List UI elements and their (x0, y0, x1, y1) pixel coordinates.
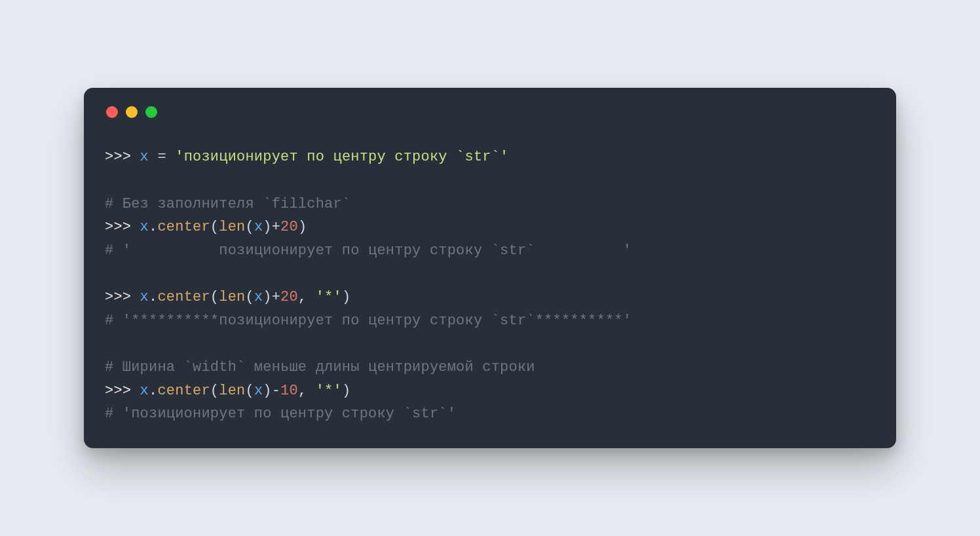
method-center: center (157, 383, 210, 399)
close-icon[interactable] (106, 106, 118, 118)
variable-x: x (140, 149, 149, 165)
variable-x: x (254, 383, 263, 399)
rparen: ) (342, 383, 350, 399)
repl-prompt: >>> (105, 149, 140, 165)
equals-op: = (149, 149, 175, 165)
comment-output: # '**********позиционирует по центру стр… (105, 313, 631, 329)
repl-prompt: >>> (105, 383, 140, 399)
comment-line: # Ширина `width` меньше длины центрируем… (105, 359, 535, 375)
number-literal: 20 (280, 219, 298, 235)
variable-x: x (254, 219, 263, 235)
lparen: ( (210, 219, 219, 235)
builtin-len: len (219, 289, 245, 305)
variable-x: x (254, 289, 263, 305)
rparen: ) (263, 289, 271, 305)
code-block: >>> x = 'позиционирует по центру строку … (105, 145, 875, 426)
lparen: ( (245, 219, 254, 235)
minimize-icon[interactable] (126, 106, 138, 118)
builtin-len: len (219, 383, 245, 399)
variable-x: x (140, 289, 149, 305)
plus-op: + (272, 289, 280, 305)
repl-prompt: >>> (105, 289, 140, 305)
variable-x: x (140, 383, 149, 399)
zoom-icon[interactable] (145, 106, 157, 118)
lparen: ( (245, 383, 254, 399)
minus-op: - (272, 383, 280, 399)
string-literal: '*' (316, 383, 342, 399)
plus-op: + (272, 219, 280, 235)
dot-op: . (149, 289, 157, 305)
number-literal: 10 (280, 383, 298, 399)
comma: , (298, 383, 316, 399)
repl-prompt: >>> (105, 219, 140, 235)
string-literal: '*' (316, 289, 342, 305)
string-literal: 'позиционирует по центру строку `str`' (175, 149, 508, 165)
lparen: ( (210, 383, 219, 399)
comment-output: # 'позиционирует по центру строку `str`' (105, 406, 456, 422)
method-center: center (157, 219, 210, 235)
lparen: ( (245, 289, 254, 305)
builtin-len: len (219, 219, 245, 235)
comment-output: # ' позиционирует по центру строку `str`… (105, 242, 631, 259)
rparen: ) (298, 219, 307, 235)
comment-line: # Без заполнителя `fillchar` (105, 196, 350, 212)
rparen: ) (263, 383, 271, 399)
lparen: ( (210, 289, 219, 305)
rparen: ) (263, 219, 271, 235)
rparen: ) (342, 289, 350, 305)
dot-op: . (149, 219, 157, 235)
code-window: >>> x = 'позиционирует по центру строку … (84, 88, 896, 448)
window-titlebar (106, 106, 875, 118)
comma: , (298, 289, 316, 305)
number-literal: 20 (280, 289, 298, 305)
method-center: center (157, 289, 210, 305)
variable-x: x (140, 219, 149, 235)
dot-op: . (149, 383, 157, 399)
page-background: >>> x = 'позиционирует по центру строку … (0, 0, 980, 536)
